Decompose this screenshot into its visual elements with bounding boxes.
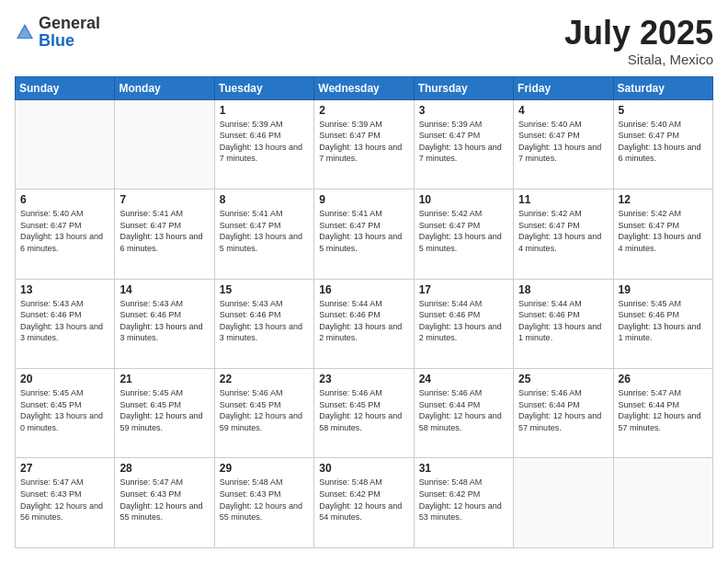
- table-row: [613, 458, 712, 548]
- table-row: 7Sunrise: 5:41 AMSunset: 6:47 PMDaylight…: [115, 190, 214, 279]
- cell-text: Sunrise: 5:45 AMSunset: 6:46 PMDaylight:…: [619, 298, 708, 344]
- cell-text: Sunrise: 5:45 AMSunset: 6:45 PMDaylight:…: [119, 387, 209, 433]
- day-number: 17: [419, 283, 508, 296]
- cell-text: Sunrise: 5:41 AMSunset: 6:47 PMDaylight:…: [319, 208, 408, 254]
- day-number: 23: [319, 373, 408, 385]
- cell-text: Sunrise: 5:44 AMSunset: 6:46 PMDaylight:…: [319, 298, 408, 344]
- col-thursday: Thursday: [414, 76, 513, 99]
- day-number: 31: [419, 462, 508, 475]
- table-row: 27Sunrise: 5:47 AMSunset: 6:43 PMDayligh…: [16, 458, 115, 548]
- col-monday: Monday: [115, 76, 214, 99]
- table-row: 4Sunrise: 5:40 AMSunset: 6:47 PMDaylight…: [514, 99, 613, 189]
- cell-text: Sunrise: 5:47 AMSunset: 6:43 PMDaylight:…: [119, 477, 209, 523]
- table-row: 10Sunrise: 5:42 AMSunset: 6:47 PMDayligh…: [414, 190, 513, 279]
- table-row: 20Sunrise: 5:45 AMSunset: 6:45 PMDayligh…: [16, 369, 115, 458]
- cell-text: Sunrise: 5:48 AMSunset: 6:42 PMDaylight:…: [319, 477, 408, 523]
- table-row: [514, 458, 613, 548]
- table-row: 9Sunrise: 5:41 AMSunset: 6:47 PMDaylight…: [314, 190, 414, 279]
- day-number: 18: [518, 283, 608, 296]
- table-row: 21Sunrise: 5:45 AMSunset: 6:45 PMDayligh…: [115, 369, 214, 458]
- table-row: [115, 99, 214, 189]
- table-row: 8Sunrise: 5:41 AMSunset: 6:47 PMDaylight…: [214, 190, 313, 279]
- logo-icon: [15, 22, 35, 42]
- day-number: 1: [220, 104, 309, 117]
- table-row: 26Sunrise: 5:47 AMSunset: 6:44 PMDayligh…: [613, 369, 712, 458]
- cell-text: Sunrise: 5:45 AMSunset: 6:45 PMDaylight:…: [20, 387, 109, 433]
- table-row: 29Sunrise: 5:48 AMSunset: 6:43 PMDayligh…: [214, 458, 313, 548]
- logo-text: General Blue: [39, 15, 100, 50]
- cell-text: Sunrise: 5:46 AMSunset: 6:44 PMDaylight:…: [518, 387, 608, 433]
- day-number: 19: [619, 283, 708, 296]
- table-row: 18Sunrise: 5:44 AMSunset: 6:46 PMDayligh…: [514, 279, 613, 368]
- col-saturday: Saturday: [613, 76, 712, 99]
- table-row: 15Sunrise: 5:43 AMSunset: 6:46 PMDayligh…: [214, 279, 313, 368]
- table-row: 23Sunrise: 5:46 AMSunset: 6:45 PMDayligh…: [314, 369, 414, 458]
- day-number: 21: [119, 373, 209, 385]
- day-number: 28: [119, 462, 209, 475]
- cell-text: Sunrise: 5:43 AMSunset: 6:46 PMDaylight:…: [119, 298, 209, 344]
- cell-text: Sunrise: 5:39 AMSunset: 6:46 PMDaylight:…: [220, 119, 309, 165]
- cell-text: Sunrise: 5:41 AMSunset: 6:47 PMDaylight:…: [119, 208, 209, 254]
- logo-general: General: [39, 14, 100, 32]
- calendar-week-row: 1Sunrise: 5:39 AMSunset: 6:46 PMDaylight…: [16, 99, 713, 189]
- day-number: 20: [20, 373, 109, 385]
- day-number: 26: [619, 373, 708, 385]
- cell-text: Sunrise: 5:44 AMSunset: 6:46 PMDaylight:…: [419, 298, 508, 344]
- calendar-week-row: 27Sunrise: 5:47 AMSunset: 6:43 PMDayligh…: [16, 458, 713, 548]
- table-row: 19Sunrise: 5:45 AMSunset: 6:46 PMDayligh…: [613, 279, 712, 368]
- col-wednesday: Wednesday: [314, 76, 414, 99]
- table-row: 24Sunrise: 5:46 AMSunset: 6:44 PMDayligh…: [414, 369, 513, 458]
- table-row: 12Sunrise: 5:42 AMSunset: 6:47 PMDayligh…: [613, 190, 712, 279]
- day-number: 12: [619, 193, 708, 206]
- day-number: 5: [619, 104, 708, 117]
- title-month: July 2025: [564, 15, 713, 52]
- day-number: 7: [119, 193, 209, 206]
- calendar-week-row: 6Sunrise: 5:40 AMSunset: 6:47 PMDaylight…: [16, 190, 713, 279]
- day-number: 24: [419, 373, 508, 385]
- title-location: Sitala, Mexico: [564, 52, 713, 67]
- day-number: 16: [319, 283, 408, 296]
- cell-text: Sunrise: 5:48 AMSunset: 6:42 PMDaylight:…: [419, 477, 508, 523]
- table-row: 5Sunrise: 5:40 AMSunset: 6:47 PMDaylight…: [613, 99, 712, 189]
- cell-text: Sunrise: 5:39 AMSunset: 6:47 PMDaylight:…: [319, 119, 408, 165]
- day-number: 6: [20, 193, 109, 206]
- cell-text: Sunrise: 5:43 AMSunset: 6:46 PMDaylight:…: [220, 298, 309, 344]
- table-row: 25Sunrise: 5:46 AMSunset: 6:44 PMDayligh…: [514, 369, 613, 458]
- cell-text: Sunrise: 5:40 AMSunset: 6:47 PMDaylight:…: [20, 208, 109, 254]
- cell-text: Sunrise: 5:42 AMSunset: 6:47 PMDaylight:…: [518, 208, 608, 254]
- calendar-week-row: 20Sunrise: 5:45 AMSunset: 6:45 PMDayligh…: [16, 369, 713, 458]
- page: General Blue July 2025 Sitala, Mexico Su…: [0, 0, 728, 563]
- logo-blue: Blue: [39, 31, 74, 50]
- day-number: 25: [518, 373, 608, 385]
- table-row: 6Sunrise: 5:40 AMSunset: 6:47 PMDaylight…: [16, 190, 115, 279]
- day-number: 11: [518, 193, 608, 206]
- table-row: 13Sunrise: 5:43 AMSunset: 6:46 PMDayligh…: [16, 279, 115, 368]
- header: General Blue July 2025 Sitala, Mexico: [15, 15, 713, 67]
- table-row: 16Sunrise: 5:44 AMSunset: 6:46 PMDayligh…: [314, 279, 414, 368]
- cell-text: Sunrise: 5:46 AMSunset: 6:45 PMDaylight:…: [319, 387, 408, 433]
- cell-text: Sunrise: 5:48 AMSunset: 6:43 PMDaylight:…: [220, 477, 309, 523]
- day-number: 13: [20, 283, 109, 296]
- logo: General Blue: [15, 15, 100, 50]
- day-number: 10: [419, 193, 508, 206]
- day-number: 22: [220, 373, 309, 385]
- cell-text: Sunrise: 5:40 AMSunset: 6:47 PMDaylight:…: [518, 119, 608, 165]
- day-number: 30: [319, 462, 408, 475]
- table-row: 30Sunrise: 5:48 AMSunset: 6:42 PMDayligh…: [314, 458, 414, 548]
- table-row: [16, 99, 115, 189]
- cell-text: Sunrise: 5:42 AMSunset: 6:47 PMDaylight:…: [619, 208, 708, 254]
- calendar-table: Sunday Monday Tuesday Wednesday Thursday…: [15, 76, 713, 548]
- day-number: 27: [20, 462, 109, 475]
- day-number: 8: [220, 193, 309, 206]
- cell-text: Sunrise: 5:44 AMSunset: 6:46 PMDaylight:…: [518, 298, 608, 344]
- col-friday: Friday: [514, 76, 613, 99]
- day-number: 29: [220, 462, 309, 475]
- col-sunday: Sunday: [16, 76, 115, 99]
- title-block: July 2025 Sitala, Mexico: [564, 15, 713, 67]
- cell-text: Sunrise: 5:46 AMSunset: 6:44 PMDaylight:…: [419, 387, 508, 433]
- table-row: 31Sunrise: 5:48 AMSunset: 6:42 PMDayligh…: [414, 458, 513, 548]
- cell-text: Sunrise: 5:41 AMSunset: 6:47 PMDaylight:…: [220, 208, 309, 254]
- table-row: 28Sunrise: 5:47 AMSunset: 6:43 PMDayligh…: [115, 458, 214, 548]
- cell-text: Sunrise: 5:39 AMSunset: 6:47 PMDaylight:…: [419, 119, 508, 165]
- col-tuesday: Tuesday: [214, 76, 313, 99]
